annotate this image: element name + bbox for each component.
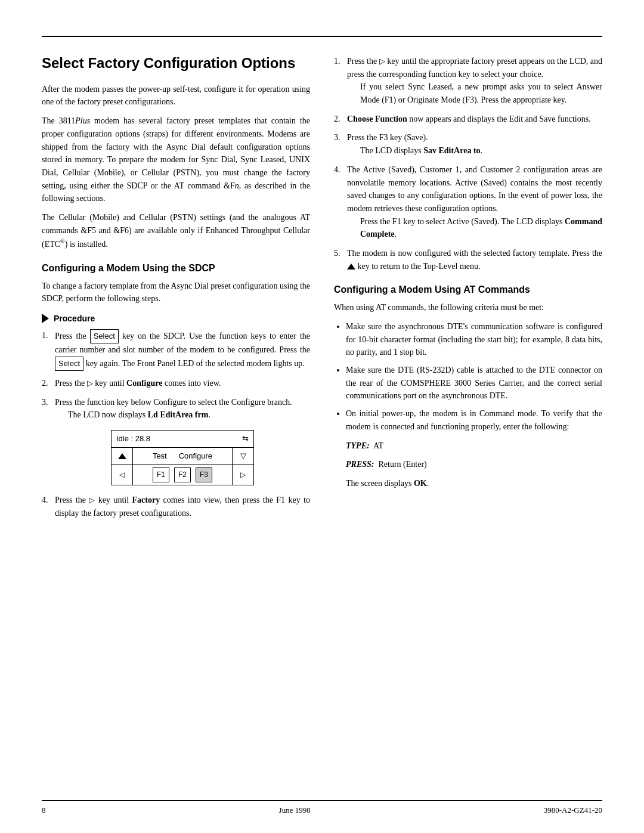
step-3: Press the function key below Configure t…	[42, 396, 310, 485]
lcd-bottom-row: ◁ F1 F2 F3 ▷	[112, 465, 253, 485]
step-8-note: Press the F1 key to select Active (Saved…	[347, 215, 602, 241]
steps-list-continued: Press the ▷ key until the appropriate fa…	[334, 55, 602, 272]
procedure-header: Procedure	[42, 314, 310, 323]
chevron-right-icon-2: ▷	[89, 494, 95, 506]
chevron-right-icon-3: ▷	[379, 55, 385, 67]
type-line: TYPE: AT	[346, 439, 602, 453]
ld-editarea: Ld EditArea frm	[148, 410, 209, 419]
step-6: Choose Function now appears and displays…	[334, 113, 602, 126]
command-complete-bold: Command Complete	[360, 217, 602, 239]
footer-date: June 1998	[279, 806, 311, 815]
configure-bold: Configure	[126, 379, 162, 388]
choose-function-bold: Choose Function	[347, 114, 407, 123]
right-column: Press the ▷ key until the appropriate fa…	[334, 55, 602, 525]
step-9: The modem is now configured with the sel…	[334, 247, 602, 272]
section2-heading: Configuring a Modem Using AT Commands	[334, 284, 602, 295]
lcd-function-keys: F1 F2 F3	[133, 465, 232, 485]
lcd-mid-row: Test Configure ▽	[112, 448, 253, 465]
footer-page-number: 8	[42, 806, 46, 815]
ok-bold: OK	[414, 479, 427, 488]
chevron-right-icon-1: ▷	[87, 377, 93, 389]
f1-key: F1	[153, 467, 169, 482]
right-arrow-icon: ▷	[240, 469, 246, 481]
lcd-right-button: ▷	[232, 465, 253, 485]
select-key-2: Select	[55, 357, 83, 371]
intro-para-2: The 3811Plus modem has several factory p…	[42, 114, 310, 205]
f2-key: F2	[174, 467, 191, 482]
bullet-3: On initial power-up, the modem is in Com…	[346, 407, 602, 433]
step-2: Press the ▷ key until Configure comes in…	[42, 377, 310, 390]
footer-doc-number: 3980-A2-GZ41-20	[544, 806, 602, 815]
step-4: Press the ▷ key until Factory comes into…	[42, 494, 310, 519]
press-label: PRESS:	[346, 460, 374, 469]
f3-key: F3	[196, 467, 212, 482]
factory-bold: Factory	[132, 496, 160, 504]
step-5-note: If you select Sync Leased, a new prompt …	[347, 80, 602, 106]
content-area: Select Factory Configuration Options Aft…	[42, 55, 602, 525]
lcd-center-labels: Test Configure	[133, 448, 232, 465]
page: Select Factory Configuration Options Aft…	[0, 0, 644, 833]
lcd-test-label: Test	[153, 450, 167, 462]
section2-intro: When using AT commands, the following cr…	[334, 301, 602, 314]
bullet-1: Make sure the asynchronous DTE's communi…	[346, 320, 602, 359]
type-label: TYPE:	[346, 441, 370, 450]
top-rule	[42, 36, 602, 37]
select-key-1: Select	[90, 329, 119, 343]
intro-para-1: After the modem passes the power-up self…	[42, 83, 310, 109]
steps-list: Press the Select key on the SDCP. Use th…	[42, 329, 310, 519]
intro-para-3: The Cellular (Mobile) and Cellular (PSTN…	[42, 211, 310, 251]
lcd-top-row: Idle : 28.8 ⇆	[112, 431, 253, 448]
section1-intro: To change a factory template from the As…	[42, 280, 310, 305]
step-5: Press the ▷ key until the appropriate fa…	[334, 55, 602, 107]
left-column: Select Factory Configuration Options Aft…	[42, 55, 310, 525]
lcd-up-button	[112, 448, 133, 465]
lcd-left-button: ◁	[112, 465, 133, 485]
left-arrow-icon: ◁	[119, 469, 125, 481]
lcd-configure-label: Configure	[179, 450, 212, 462]
lcd-diagram: Idle : 28.8 ⇆ Test Configure	[111, 430, 254, 485]
page-footer: 8 June 1998 3980-A2-GZ41-20	[42, 800, 602, 815]
lcd-idle-label: Idle : 28.8	[116, 433, 150, 445]
sav-editarea: Sav EditArea to	[423, 146, 480, 155]
screen-line: The screen displays OK.	[346, 477, 602, 490]
page-title: Select Factory Configuration Options	[42, 55, 310, 72]
step-7: Press the F3 key (Save). The LCD display…	[334, 131, 602, 157]
press-line: PRESS: Return (Enter)	[346, 458, 602, 471]
lcd-down-button: ▽	[232, 448, 253, 465]
step-3-note: The LCD now displays Ld EditArea frm.	[55, 408, 310, 422]
bullet-2: Make sure the DTE (RS-232D) cable is att…	[346, 364, 602, 402]
triangle-up-icon	[347, 264, 355, 270]
procedure-label: Procedure	[54, 314, 95, 323]
section1-heading: Configuring a Modem Using the SDCP	[42, 263, 310, 274]
step-8: The Active (Saved), Customer 1, and Cust…	[334, 163, 602, 241]
at-commands-list: Make sure the asynchronous DTE's communi…	[334, 320, 602, 433]
step-7-note: The LCD displays Sav EditArea to.	[347, 144, 602, 157]
up-arrow-icon	[118, 453, 126, 459]
down-triangle-icon: ▽	[240, 450, 246, 462]
procedure-arrow-icon	[42, 314, 49, 323]
step-1: Press the Select key on the SDCP. Use th…	[42, 329, 310, 371]
lcd-transfer-icon: ⇆	[242, 433, 249, 445]
